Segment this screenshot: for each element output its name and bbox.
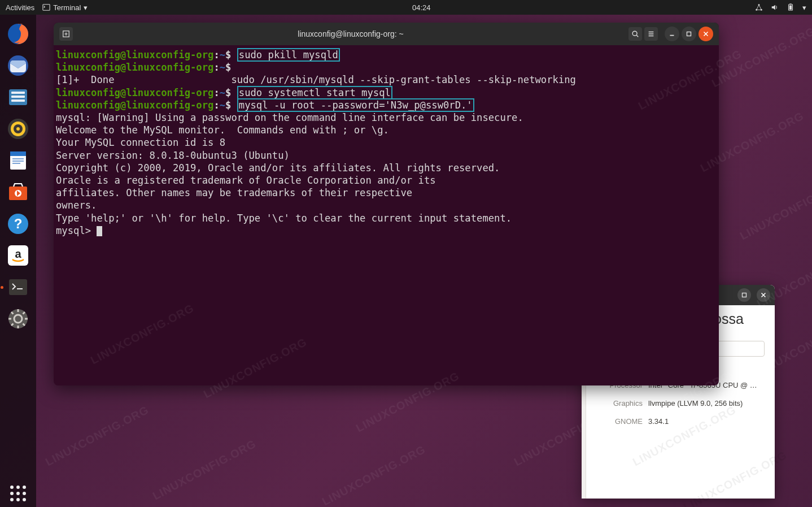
terminal-line: affiliates. Other names may be trademark… xyxy=(56,187,717,199)
rhythmbox-icon[interactable] xyxy=(5,115,32,142)
terminal-line: [1]+ Done sudo /usr/sbin/mysqld --skip-g… xyxy=(56,73,717,86)
svg-rect-29 xyxy=(17,288,23,289)
svg-rect-21 xyxy=(12,163,20,164)
system-chevron-down-icon[interactable]: ▾ xyxy=(802,3,806,12)
settings-icon[interactable] xyxy=(5,305,32,332)
terminal-line: mysql: [Warning] Using a password on the… xyxy=(56,111,717,124)
settings-row: GNOME3.34.1 xyxy=(596,412,765,430)
minimize-button[interactable] xyxy=(665,27,679,41)
svg-rect-34 xyxy=(687,32,691,36)
terminal-line: owners. xyxy=(56,199,717,211)
amazon-icon[interactable]: a xyxy=(5,242,32,269)
svg-text:?: ? xyxy=(14,216,23,231)
terminal-titlebar[interactable]: linuxconfig@linuxconfig-org: ~ xyxy=(54,23,719,45)
watermark: LINUXCONFIG.ORG xyxy=(320,443,428,507)
volume-icon[interactable] xyxy=(771,3,779,11)
activities-button[interactable]: Activities xyxy=(6,3,34,12)
svg-text:a: a xyxy=(15,248,21,260)
settings-close-button[interactable] xyxy=(757,288,770,302)
settings-value: 3.34.1 xyxy=(648,417,765,426)
close-button[interactable] xyxy=(699,27,713,41)
svg-rect-19 xyxy=(12,158,24,159)
svg-rect-18 xyxy=(10,151,26,156)
svg-rect-5 xyxy=(789,3,792,4)
terminal-title: linuxconfig@linuxconfig-org: ~ xyxy=(74,29,627,38)
new-tab-button[interactable] xyxy=(59,27,73,41)
terminal-line: linuxconfig@linuxconfig-org:~$ mysql -u … xyxy=(56,99,717,111)
maximize-button[interactable] xyxy=(682,27,696,41)
terminal-line: mysql> xyxy=(56,224,717,237)
top-panel: Activities Terminal ▾ 04:24 ▾ xyxy=(0,0,812,15)
software-icon[interactable] xyxy=(5,179,32,206)
battery-icon[interactable] xyxy=(787,3,794,11)
svg-point-16 xyxy=(16,127,20,131)
watermark: LINUXCONFIG.ORG xyxy=(151,437,259,502)
clock[interactable]: 04:24 xyxy=(412,3,431,12)
terminal-line: linuxconfig@linuxconfig-org:~$ sudo pkil… xyxy=(56,49,717,61)
app-menu[interactable]: Terminal ▾ xyxy=(42,3,88,12)
svg-rect-11 xyxy=(11,96,25,98)
watermark: LINUXCONFIG.ORG xyxy=(710,24,812,90)
terminal-command: sudo pkill mysqld xyxy=(237,48,340,62)
settings-key: Graphics xyxy=(596,399,648,408)
terminal-icon[interactable] xyxy=(5,274,32,301)
svg-rect-35 xyxy=(743,293,746,297)
dock: ? a xyxy=(0,15,36,507)
svg-rect-28 xyxy=(9,279,27,295)
cursor xyxy=(97,226,102,236)
terminal-command: sudo systemctl start mysql xyxy=(237,86,392,99)
svg-point-33 xyxy=(632,31,637,36)
svg-rect-10 xyxy=(11,92,25,94)
terminal-menu-icon xyxy=(42,3,50,11)
network-icon[interactable] xyxy=(755,3,763,11)
terminal-command: mysql -u root --password='N3w_p@ssw0rD.' xyxy=(237,98,474,112)
terminal-line: Server version: 8.0.18-0ubuntu3 (Ubuntu) xyxy=(56,149,717,162)
show-apps-button[interactable] xyxy=(5,480,32,507)
help-icon[interactable]: ? xyxy=(5,210,32,237)
writer-icon[interactable] xyxy=(5,147,32,174)
svg-rect-12 xyxy=(11,99,25,102)
terminal-line: linuxconfig@linuxconfig-org:~$ sudo syst… xyxy=(56,86,717,99)
settings-row: Graphicsllvmpipe (LLVM 9.0, 256 bits) xyxy=(596,394,765,412)
files-icon[interactable] xyxy=(5,84,32,111)
settings-value: llvmpipe (LLVM 9.0, 256 bits) xyxy=(648,399,765,408)
terminal-line: Copyright (c) 2000, 2019, Oracle and/or … xyxy=(56,162,717,174)
svg-rect-6 xyxy=(789,6,792,10)
settings-key: GNOME xyxy=(596,417,648,426)
thunderbird-icon[interactable] xyxy=(5,52,32,79)
svg-rect-0 xyxy=(43,5,50,11)
firefox-icon[interactable] xyxy=(5,20,32,47)
watermark: LINUXCONFIG.ORG xyxy=(43,403,151,469)
terminal-line: Type 'help;' or '\h' for help. Type '\c'… xyxy=(56,212,717,224)
terminal-window: linuxconfig@linuxconfig-org: ~ linuxconf… xyxy=(54,23,719,385)
terminal-line: Welcome to the MySQL monitor. Commands e… xyxy=(56,124,717,136)
settings-maximize-button[interactable] xyxy=(737,288,751,302)
app-menu-label: Terminal xyxy=(53,3,81,12)
terminal-line: Oracle is a registered trademark of Orac… xyxy=(56,174,717,187)
svg-rect-20 xyxy=(12,161,24,162)
terminal-body[interactable]: linuxconfig@linuxconfig-org:~$ sudo pkil… xyxy=(54,45,719,385)
menu-button[interactable] xyxy=(644,27,658,41)
search-button[interactable] xyxy=(628,27,642,41)
terminal-line: linuxconfig@linuxconfig-org:~$ xyxy=(56,61,717,73)
terminal-line: Your MySQL connection id is 8 xyxy=(56,136,717,149)
watermark: LINUXCONFIG.ORG xyxy=(738,177,812,242)
chevron-down-icon: ▾ xyxy=(84,3,88,12)
